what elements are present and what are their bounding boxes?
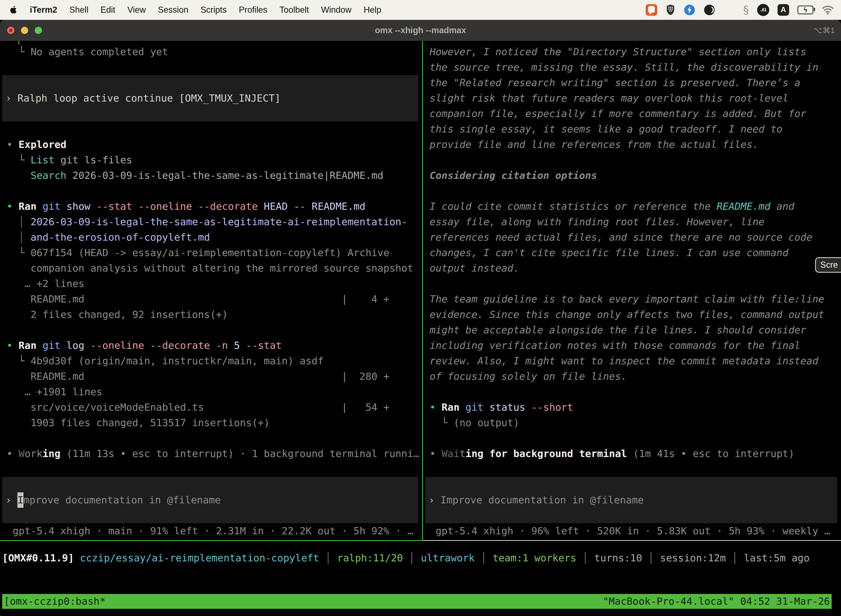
battery-icon[interactable]: ϟ xyxy=(797,6,813,14)
text-segment: W xyxy=(19,448,25,459)
menu-bar: iTerm2 ShellEditViewSessionScriptsProfil… xyxy=(0,0,841,20)
terminal-line: references need actual files, and since … xyxy=(429,230,841,245)
text-segment: of focusing solely on file lines. xyxy=(429,371,627,382)
terminal-line: the "Related research writing" section i… xyxy=(429,75,841,91)
menu-item-toolbelt[interactable]: Toolbelt xyxy=(280,5,309,15)
text-segment: README.md xyxy=(7,293,84,305)
apple-menu-icon[interactable] xyxy=(9,4,19,15)
text-segment: references need actual files, and since … xyxy=(429,232,812,243)
text-segment: gpt-5.4 xhigh · 96% left · 520K in · 5.8… xyxy=(429,525,830,537)
text-segment: slight risk that future readers may over… xyxy=(429,92,788,104)
terminal-line: of focusing solely on file lines. xyxy=(429,369,841,384)
menu-item-view[interactable]: View xyxy=(127,5,146,15)
text-segment: │ xyxy=(475,552,492,563)
text-segment: ultrawork xyxy=(421,552,475,563)
text-segment: essay file, along with finding root file… xyxy=(429,216,765,227)
text-segment: git xyxy=(466,402,484,413)
text-segment: Improve documentation in @filename xyxy=(440,492,644,508)
menu-item-window[interactable]: Window xyxy=(321,5,352,15)
text-segment: └ xyxy=(7,154,31,166)
blue-bolt-badge-icon[interactable] xyxy=(684,4,695,16)
terminal-pane-left[interactable]: └ No agents completed yet› Ralph loop ac… xyxy=(0,41,422,541)
terminal-line xyxy=(7,431,422,446)
dots-grid-icon[interactable] xyxy=(724,4,735,16)
text-segment: • xyxy=(7,340,19,351)
terminal-pane-right[interactable]: However, I noticed the "Directory Struct… xyxy=(423,41,841,541)
prompt-input[interactable]: › Ralph loop active continue [OMX_TMUX_I… xyxy=(2,75,418,122)
text-segment: └ No agents completed yet xyxy=(7,46,168,57)
text-segment: the source tree, missing the essay. Stil… xyxy=(429,62,818,73)
text-segment: show xyxy=(60,201,90,212)
text-segment: ralph:11/20 xyxy=(337,552,403,563)
text-segment: team:1 workers xyxy=(492,552,576,563)
terminal-line: gpt-5.4 xhigh · 96% left · 520K in · 5.8… xyxy=(429,523,841,539)
window-shortcut-badge: ⌥⌘1 xyxy=(813,26,835,35)
shield-icon[interactable] xyxy=(665,4,675,16)
terminal-line xyxy=(7,60,422,75)
terminal-line: Considering citation options xyxy=(429,168,841,183)
squiggle-icon[interactable]: § xyxy=(743,4,749,15)
text-segment: log xyxy=(60,340,84,351)
window-titlebar[interactable]: omx --xhigh --madmax ⌥⌘1 xyxy=(0,20,841,41)
text-segment: Ralph loop active continue [OMX_TMUX_INJ… xyxy=(18,91,281,106)
prompt-chevron-icon: › xyxy=(428,492,440,508)
text-segment: changes, I can't cite specific file line… xyxy=(429,247,788,258)
text-segment: └ 4b9d30f (origin/main, instructkr/main,… xyxy=(7,355,324,367)
menu-item-profiles[interactable]: Profiles xyxy=(239,5,267,15)
text-segment: … +1901 lines xyxy=(7,386,103,397)
text-segment: session:12m xyxy=(660,552,726,563)
prompt-input[interactable]: › Improve documentation in @filename xyxy=(425,477,837,523)
text-segment: List xyxy=(31,154,55,166)
text-segment: (11m 13s • esc to interrupt) · 1 backgro… xyxy=(60,448,419,459)
text-segment: │ xyxy=(403,552,421,563)
screen-share-overlay[interactable]: Scre xyxy=(815,257,841,273)
badge-61-icon[interactable]: ..61 xyxy=(757,4,769,16)
menu-item-shell[interactable]: Shell xyxy=(69,5,88,15)
terminal-line: • Waiting for background terminal (1m 41… xyxy=(429,446,841,462)
text-segment: │ xyxy=(726,552,744,563)
text-segment: t xyxy=(459,448,466,459)
menu-item-edit[interactable]: Edit xyxy=(100,5,115,15)
keyboard-layout-icon[interactable]: A xyxy=(778,4,789,16)
text-segment: status xyxy=(484,402,525,413)
wifi-icon[interactable] xyxy=(822,5,834,15)
text-segment xyxy=(459,402,466,413)
text-segment xyxy=(7,170,31,181)
menu-app-name[interactable]: iTerm2 xyxy=(30,5,57,15)
text-segment: gpt-5.4 xhigh · main · 91% left · 2.31M … xyxy=(7,525,413,537)
text-segment: including verification notes with those … xyxy=(429,340,800,351)
terminal-line: └ 4b9d30f (origin/main, instructkr/main,… xyxy=(7,353,422,369)
text-segment: -- xyxy=(288,201,306,212)
text-segment: review. Also, I might want to inspect th… xyxy=(429,355,818,367)
text-segment: … +2 lines xyxy=(7,278,84,289)
crescent-circle-icon[interactable] xyxy=(703,4,715,16)
terminal-line: └ No agents completed yet xyxy=(7,44,422,60)
menu-item-scripts[interactable]: Scripts xyxy=(201,5,227,15)
text-segment: this single essay, it seems like a good … xyxy=(429,123,782,135)
menu-item-help[interactable]: Help xyxy=(364,5,381,15)
terminal-line: companion file, especially if more comme… xyxy=(429,106,841,122)
text-segment: cczip/essay/ai-reimplementation-copyleft xyxy=(80,552,319,563)
prompt-input[interactable]: › Improve documentation in @filename xyxy=(2,477,418,523)
terminal-line: 1903 files changed, 513517 insertions(+) xyxy=(7,415,422,431)
text-segment: └ 067f154 (HEAD -> essay/ai-reimplementa… xyxy=(7,247,389,258)
close-button[interactable] xyxy=(7,27,14,34)
diffstat-column: | 280 + xyxy=(341,369,389,384)
text-segment: • xyxy=(429,448,441,459)
text-segment: README.md xyxy=(716,201,771,212)
screen-share-overlay-label: Scre xyxy=(820,260,838,270)
text-segment: Explored xyxy=(19,139,66,150)
text-segment: mprove documentation in @filename xyxy=(23,492,221,508)
chat-bubble-icon[interactable] xyxy=(646,4,657,16)
text-segment: ork xyxy=(25,448,42,459)
tmux-window-name[interactable]: [omx-cczip0:bash* xyxy=(4,594,105,609)
menu-items: ShellEditViewSessionScriptsProfilesToolb… xyxy=(69,5,381,15)
minimize-button[interactable] xyxy=(21,27,28,34)
terminal-line: The team guideline is to back every impo… xyxy=(429,292,841,307)
text-segment: • xyxy=(7,139,19,150)
zoom-button[interactable] xyxy=(35,27,42,34)
menu-item-session[interactable]: Session xyxy=(158,5,188,15)
text-segment: I xyxy=(18,492,23,508)
text-segment: Ran xyxy=(19,340,37,351)
text-segment: might be acceptable alongside the file l… xyxy=(429,324,806,336)
